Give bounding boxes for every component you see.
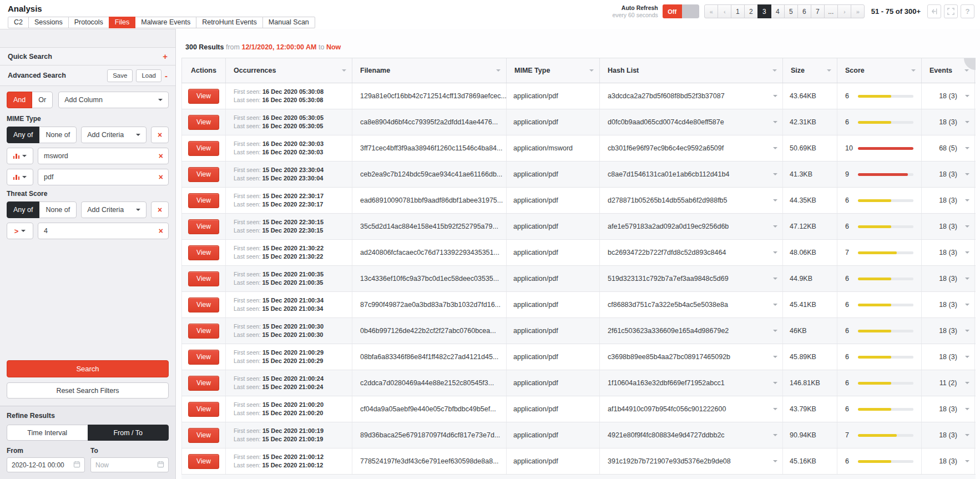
tab-c2[interactable]: C2 [8, 17, 29, 28]
view-button[interactable]: View [188, 376, 219, 391]
remove-filter-button[interactable]: × [151, 127, 169, 143]
remove-criteria-button[interactable]: × [159, 226, 163, 235]
events-dropdown-caret-icon[interactable] [965, 251, 969, 254]
hash-dropdown-caret-icon[interactable] [773, 147, 777, 149]
or-button[interactable]: Or [32, 92, 53, 108]
from-date-input[interactable]: 2020-12-01 00:00 [7, 457, 85, 472]
sort-caret-icon[interactable] [496, 69, 501, 72]
none-of-button[interactable]: None of [39, 201, 77, 218]
events-dropdown-caret-icon[interactable] [965, 95, 969, 97]
column-header-size[interactable]: Size [783, 58, 837, 83]
tab-malware-events[interactable]: Malware Events [135, 17, 196, 28]
tab-manual-scan[interactable]: Manual Scan [262, 17, 315, 28]
add-column-select[interactable]: Add Column [58, 92, 169, 108]
and-button[interactable]: And [7, 92, 32, 108]
hash-dropdown-caret-icon[interactable] [773, 278, 777, 280]
tab-sessions[interactable]: Sessions [28, 17, 69, 28]
hash-dropdown-caret-icon[interactable] [773, 460, 777, 462]
quick-search-header[interactable]: Quick Search + [0, 47, 175, 65]
remove-filter-button[interactable]: × [151, 201, 169, 218]
sort-caret-icon[interactable] [589, 69, 594, 72]
hash-dropdown-caret-icon[interactable] [773, 251, 777, 254]
sort-caret-icon[interactable] [342, 69, 346, 72]
export-icon[interactable] [927, 4, 941, 18]
any-of-button[interactable]: Any of [7, 201, 39, 218]
view-button[interactable]: View [188, 245, 219, 260]
hash-dropdown-caret-icon[interactable] [773, 95, 777, 97]
hash-dropdown-caret-icon[interactable] [773, 199, 777, 201]
tab-files[interactable]: Files [109, 17, 135, 28]
reset-filters-button[interactable]: Reset Search Filters [7, 382, 169, 399]
page-6-button[interactable]: 6 [797, 4, 811, 18]
criteria-operator-select[interactable] [7, 148, 33, 164]
events-dropdown-caret-icon[interactable] [965, 225, 969, 228]
events-dropdown-caret-icon[interactable] [965, 173, 969, 175]
view-button[interactable]: View [188, 219, 219, 234]
time-interval-tab[interactable]: Time Interval [7, 425, 88, 441]
criteria-value-input[interactable]: msword× [38, 148, 169, 164]
to-date-input[interactable]: Now [90, 457, 169, 472]
page-7-button[interactable]: 7 [811, 4, 825, 18]
hash-dropdown-caret-icon[interactable] [773, 382, 777, 384]
expand-icon[interactable]: + [163, 52, 168, 60]
page-5-button[interactable]: 5 [784, 4, 798, 18]
advanced-search-header[interactable]: Advanced Search Save Load - [0, 65, 175, 86]
column-header-filename[interactable]: Filename [352, 58, 507, 83]
add-criteria-select[interactable]: Add Criteria [81, 127, 147, 143]
page-4-button[interactable]: 4 [771, 4, 785, 18]
hash-dropdown-caret-icon[interactable] [773, 304, 777, 306]
remove-criteria-button[interactable]: × [159, 152, 163, 160]
prev-page-button[interactable]: ‹ [718, 4, 731, 18]
events-dropdown-caret-icon[interactable] [965, 356, 969, 358]
column-header-hash-list[interactable]: Hash List [600, 58, 783, 83]
pages-ellipsis-button[interactable]: ... [824, 4, 838, 18]
sort-caret-icon[interactable] [772, 69, 777, 72]
events-dropdown-caret-icon[interactable] [965, 408, 969, 410]
next-page-button[interactable]: › [837, 4, 851, 18]
load-button[interactable]: Load [136, 69, 161, 82]
page-2-button[interactable]: 2 [744, 4, 758, 18]
column-header-mime-type[interactable]: MIME Type [507, 58, 600, 83]
any-of-button[interactable]: Any of [7, 127, 39, 143]
fullscreen-icon[interactable] [944, 4, 958, 18]
events-dropdown-caret-icon[interactable] [965, 330, 969, 332]
events-dropdown-caret-icon[interactable] [965, 434, 969, 436]
view-button[interactable]: View [188, 115, 219, 130]
criteria-value-input[interactable]: 4× [38, 223, 169, 239]
column-header-score[interactable]: Score [837, 58, 922, 83]
hash-dropdown-caret-icon[interactable] [773, 434, 777, 436]
auto-refresh-toggle[interactable]: Off [663, 4, 699, 18]
view-button[interactable]: View [188, 454, 219, 469]
add-criteria-select[interactable]: Add Criteria [81, 201, 147, 218]
events-dropdown-caret-icon[interactable] [965, 121, 969, 123]
remove-criteria-button[interactable]: × [159, 173, 163, 181]
criteria-operator-select[interactable]: > [7, 223, 33, 239]
hash-dropdown-caret-icon[interactable] [773, 225, 777, 228]
events-dropdown-caret-icon[interactable] [965, 147, 969, 149]
help-icon[interactable]: ? [961, 4, 974, 18]
calendar-icon[interactable] [73, 461, 80, 470]
view-button[interactable]: View [188, 298, 219, 312]
from-to-tab[interactable]: From / To [88, 425, 169, 441]
last-page-button[interactable]: » [851, 4, 865, 18]
criteria-operator-select[interactable] [7, 169, 33, 185]
view-button[interactable]: View [188, 167, 219, 182]
view-button[interactable]: View [188, 193, 219, 208]
page-3-button[interactable]: 3 [757, 4, 771, 18]
tab-retrohunt-events[interactable]: RetroHunt Events [196, 17, 263, 28]
calendar-icon[interactable] [157, 461, 164, 470]
view-button[interactable]: View [188, 271, 219, 286]
collapse-icon[interactable]: - [165, 72, 168, 80]
hash-dropdown-caret-icon[interactable] [773, 173, 777, 175]
hash-dropdown-caret-icon[interactable] [773, 408, 777, 410]
sort-caret-icon[interactable] [911, 69, 916, 72]
hash-dropdown-caret-icon[interactable] [773, 330, 777, 332]
events-dropdown-caret-icon[interactable] [965, 382, 969, 384]
criteria-value-input[interactable]: pdf× [38, 169, 169, 185]
view-button[interactable]: View [188, 428, 219, 443]
tab-protocols[interactable]: Protocols [68, 17, 109, 28]
column-header-actions[interactable]: Actions [181, 58, 226, 83]
sort-caret-icon[interactable] [827, 69, 831, 72]
sort-caret-icon[interactable] [964, 69, 969, 72]
view-button[interactable]: View [188, 141, 219, 156]
